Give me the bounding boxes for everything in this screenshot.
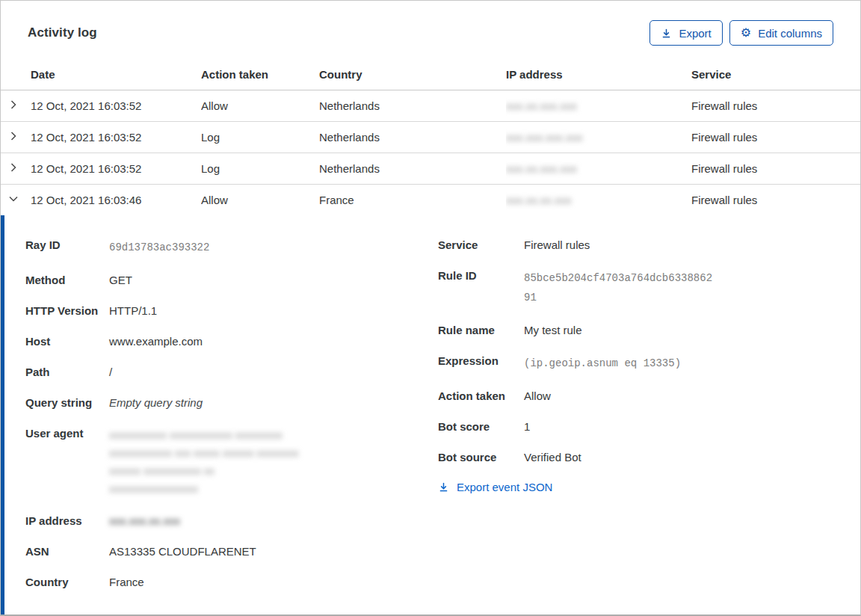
field-value-redacted: xxxxxxxxxxx xxxxxxxxxxxx xxxxxxxxx xxxxx… [109, 426, 299, 498]
field-value-redacted: xxx.xxx.xx.xxx [109, 514, 180, 529]
field-value: Firewall rules [524, 238, 590, 253]
table-row[interactable]: 12 Oct, 2021 16:03:52 Log Netherlands xx… [1, 153, 860, 185]
field-value: 85bce5b204cf4703a764dcb633886291 [524, 268, 718, 307]
field-label: Ray ID [25, 238, 109, 253]
redacted-text-line: xxxxxxxxxxx xxxxxxxxxxxx xxxxxxxxx [109, 426, 299, 444]
field-value: My test rule [524, 323, 582, 338]
activity-log-table: Date Action taken Country IP address Ser… [1, 62, 860, 215]
field-bot-score: Bot score 1 [438, 419, 845, 434]
field-user-agent: User agent xxxxxxxxxxx xxxxxxxxxxxx xxxx… [25, 426, 438, 498]
field-label: Host [25, 334, 109, 349]
download-icon [438, 481, 449, 493]
cell-date: 12 Oct, 2021 16:03:52 [31, 153, 201, 185]
field-label: Bot source [438, 450, 524, 465]
field-value: 69d13783ac393322 [109, 238, 209, 257]
redacted-text-line: xxxxxxxxxxxx xxx xxxxx xxxxxx xxxxxxxx [109, 444, 299, 462]
field-value: AS13335 CLOUDFLARENET [109, 544, 256, 559]
cell-action: Log [201, 153, 319, 185]
field-value: Empty query string [109, 395, 203, 410]
field-label: User agent [25, 426, 109, 441]
column-action-taken: Action taken [201, 62, 319, 90]
field-rule-name: Rule name My test rule [438, 323, 845, 338]
field-value: / [109, 365, 112, 380]
field-expression: Expression (ip.geoip.asnum eq 13335) [438, 354, 845, 373]
cell-service: Firewall rules [691, 90, 860, 122]
field-action-taken: Action taken Allow [438, 389, 845, 404]
column-date: Date [31, 62, 201, 90]
field-http-version: HTTP Version HTTP/1.1 [25, 304, 438, 318]
field-host: Host www.example.com [25, 334, 438, 349]
cell-country: Netherlands [319, 153, 506, 185]
table-row[interactable]: 12 Oct, 2021 16:03:52 Log Netherlands xx… [1, 122, 860, 153]
field-label: Bot score [438, 419, 524, 434]
field-method: Method GET [25, 273, 438, 288]
field-label: Service [438, 238, 524, 253]
field-label: ASN [25, 544, 109, 559]
column-expander [1, 62, 31, 90]
cell-action: Allow [201, 90, 319, 122]
column-country: Country [319, 62, 506, 90]
cell-ip-redacted: xxx.xx.xxx.xxx [506, 162, 577, 175]
column-service: Service [691, 62, 860, 90]
table-row-expanded[interactable]: 12 Oct, 2021 16:03:46 Allow France xxx.x… [1, 185, 860, 216]
cell-country: France [319, 185, 506, 216]
page-title: Activity log [28, 25, 97, 40]
table-header: Date Action taken Country IP address Ser… [1, 62, 860, 90]
field-value: www.example.com [109, 334, 203, 349]
cell-date: 12 Oct, 2021 16:03:46 [31, 185, 201, 216]
column-ip-address: IP address [506, 62, 691, 90]
event-details-right-column: Service Firewall rules Rule ID 85bce5b20… [438, 238, 845, 606]
field-value: Allow [524, 389, 551, 404]
field-label: Expression [438, 354, 524, 369]
field-label: Method [25, 273, 109, 288]
event-details-left-column: Ray ID 69d13783ac393322 Method GET HTTP … [25, 238, 438, 606]
edit-columns-button-label: Edit columns [758, 27, 822, 40]
download-icon [661, 28, 672, 39]
cell-ip-redacted: xxx.xx.xxx.xxx [506, 99, 577, 112]
export-button[interactable]: Export [649, 20, 722, 46]
cell-ip-redacted: xxx.xx.xx.xxx [506, 194, 572, 206]
cell-action: Log [201, 122, 319, 153]
field-value: Verified Bot [524, 450, 581, 465]
redacted-text-line: xxxxxxxxxxxxxxxxx [109, 480, 299, 498]
redacted-text-line: xxxxxx xxxxxxxxxxx xx [109, 462, 299, 480]
field-label: Rule ID [438, 268, 524, 283]
chevron-right-icon[interactable] [7, 161, 19, 173]
field-label: Rule name [438, 323, 524, 338]
page-header: Activity log Export ⚙ Edit columns [1, 1, 860, 62]
chevron-right-icon[interactable] [7, 99, 19, 111]
cell-ip-redacted: xxx.xxx.xxx.xxx [506, 131, 583, 144]
field-country: Country France [25, 575, 438, 590]
field-label: Country [25, 575, 109, 590]
field-rule-id: Rule ID 85bce5b204cf4703a764dcb633886291 [438, 268, 845, 307]
table-row[interactable]: 12 Oct, 2021 16:03:52 Allow Netherlands … [1, 90, 860, 122]
cell-action: Allow [201, 185, 319, 216]
field-bot-source: Bot source Verified Bot [438, 450, 845, 465]
chevron-down-icon[interactable] [7, 193, 19, 205]
export-button-label: Export [679, 27, 711, 40]
field-label: HTTP Version [25, 304, 109, 318]
field-path: Path / [25, 365, 438, 380]
chevron-right-icon[interactable] [7, 130, 19, 142]
cell-service: Firewall rules [691, 153, 860, 185]
field-value: (ip.geoip.asnum eq 13335) [524, 354, 681, 373]
field-query-string: Query string Empty query string [25, 395, 438, 410]
field-label: Path [25, 365, 109, 380]
field-label: Query string [25, 395, 109, 410]
event-details-panel: Ray ID 69d13783ac393322 Method GET HTTP … [1, 215, 860, 616]
field-asn: ASN AS13335 CLOUDFLARENET [25, 544, 438, 559]
export-event-json-label: Export event JSON [457, 481, 552, 493]
field-label: IP address [25, 514, 109, 529]
field-value: HTTP/1.1 [109, 304, 157, 318]
field-value: 1 [524, 419, 530, 434]
field-label: Action taken [438, 389, 524, 404]
field-value: France [109, 575, 144, 590]
field-value: GET [109, 273, 132, 288]
field-service: Service Firewall rules [438, 238, 845, 253]
cell-date: 12 Oct, 2021 16:03:52 [31, 90, 201, 122]
cell-country: Netherlands [319, 122, 506, 153]
field-ray-id: Ray ID 69d13783ac393322 [25, 238, 438, 257]
toolbar: Export ⚙ Edit columns [649, 20, 833, 46]
export-event-json-link[interactable]: Export event JSON [438, 481, 552, 493]
edit-columns-button[interactable]: ⚙ Edit columns [729, 20, 833, 46]
